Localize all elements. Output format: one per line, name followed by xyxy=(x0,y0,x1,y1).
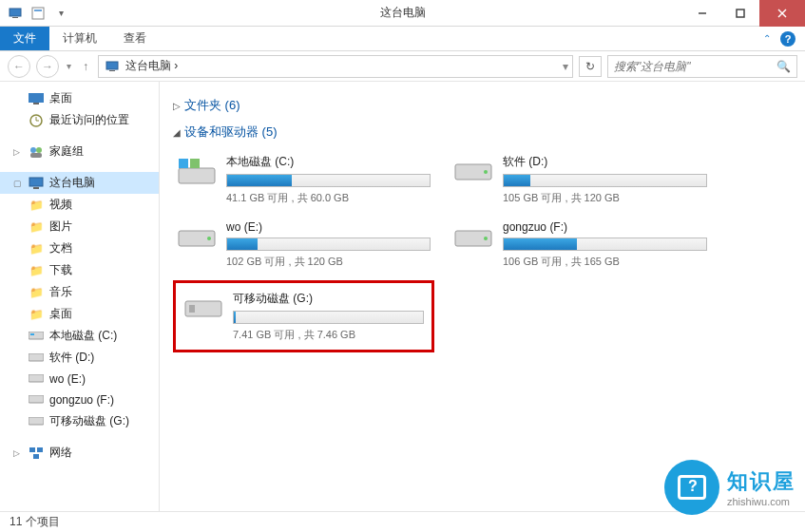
drive-item[interactable]: 本地磁盘 (C:)41.1 GB 可用 , 共 60.0 GB xyxy=(173,150,434,209)
tab-computer[interactable]: 计算机 xyxy=(49,27,110,50)
svg-rect-24 xyxy=(29,447,35,452)
titlebar: ▾ 这台电脑 xyxy=(0,0,805,27)
tab-view[interactable]: 查看 xyxy=(110,27,160,50)
drive-name: 本地磁盘 (C:) xyxy=(226,154,431,170)
address-dropdown-icon[interactable]: ▾ xyxy=(563,60,568,73)
svg-point-31 xyxy=(484,170,488,174)
drive-icon xyxy=(177,220,217,256)
maximize-button[interactable] xyxy=(721,0,759,27)
sidebar-item-music[interactable]: 📁音乐 xyxy=(0,281,159,303)
sidebar-item-drive-g[interactable]: 可移动磁盘 (G:) xyxy=(0,410,159,432)
sidebar-item-homegroup[interactable]: ▷ 家庭组 xyxy=(0,141,159,162)
sidebar-item-documents[interactable]: 📁文档 xyxy=(0,238,159,259)
drive-info: 106 GB 可用 , 共 165 GB xyxy=(503,255,707,269)
drive-item[interactable]: gongzuo (F:)106 GB 可用 , 共 165 GB xyxy=(450,217,711,273)
sidebar-item-downloads[interactable]: 📁下载 xyxy=(0,259,159,281)
window-title: 这台电脑 xyxy=(380,5,426,21)
sidebar-item-drive-c[interactable]: 本地磁盘 (C:) xyxy=(0,325,159,347)
search-icon[interactable]: 🔍 xyxy=(776,60,791,73)
navigation-bar: ← → ▾ ↑ 这台电脑 › ▾ ↻ 🔍 xyxy=(0,51,805,82)
group-folders[interactable]: ▷ 文件夹 (6) xyxy=(173,97,792,114)
svg-rect-19 xyxy=(30,333,34,335)
minimize-button[interactable] xyxy=(683,0,721,27)
address-bar[interactable]: 这台电脑 › ▾ xyxy=(98,55,573,78)
chevron-right-icon[interactable]: ▷ xyxy=(13,448,23,458)
svg-rect-29 xyxy=(190,159,200,168)
svg-rect-11 xyxy=(33,103,39,104)
sidebar-item-pictures[interactable]: 📁图片 xyxy=(0,216,159,238)
watermark: 知识屋 zhishiwu.com xyxy=(664,460,795,515)
svg-point-14 xyxy=(36,147,42,153)
help-icon[interactable]: ? xyxy=(780,31,795,47)
drive-icon xyxy=(177,154,217,190)
svg-rect-25 xyxy=(37,447,43,452)
sidebar-item-drive-f[interactable]: gongzuo (F:) xyxy=(0,390,159,410)
svg-rect-10 xyxy=(29,93,44,103)
svg-rect-1 xyxy=(12,17,18,18)
history-dropdown-icon[interactable]: ▾ xyxy=(65,61,73,71)
drive-icon xyxy=(29,351,44,366)
svg-rect-37 xyxy=(189,305,195,313)
app-icon xyxy=(6,4,25,23)
qat-dropdown-icon[interactable]: ▾ xyxy=(51,4,70,23)
chevron-right-icon[interactable]: ▷ xyxy=(173,101,181,111)
drive-icon xyxy=(29,392,44,408)
svg-rect-22 xyxy=(29,395,44,403)
drive-usage-bar xyxy=(503,174,707,187)
content-pane: ▷ 文件夹 (6) ◢ 设备和驱动器 (5) 本地磁盘 (C:)41.1 GB … xyxy=(160,82,805,511)
usb-drive-icon xyxy=(29,414,44,429)
svg-rect-20 xyxy=(29,353,44,361)
sidebar-item-thispc[interactable]: ▢ 这台电脑 xyxy=(0,172,159,194)
drive-icon xyxy=(29,329,44,344)
chevron-down-icon[interactable]: ◢ xyxy=(173,127,181,138)
svg-rect-9 xyxy=(109,70,115,71)
sidebar-item-network[interactable]: ▷ 网络 xyxy=(0,442,159,464)
svg-rect-2 xyxy=(32,8,44,19)
desktop-icon xyxy=(29,91,44,106)
breadcrumb[interactable]: 这台电脑 › xyxy=(125,58,559,74)
sidebar-item-drive-d[interactable]: 软件 (D:) xyxy=(0,347,159,369)
drive-icon xyxy=(183,291,223,327)
drive-usage-bar xyxy=(226,174,431,187)
drive-info: 105 GB 可用 , 共 120 GB xyxy=(503,191,707,205)
sidebar-item-videos[interactable]: 📁视频 xyxy=(0,194,159,216)
close-button[interactable] xyxy=(759,0,805,27)
drive-item[interactable]: 软件 (D:)105 GB 可用 , 共 120 GB xyxy=(450,150,711,209)
ribbon-collapse-icon[interactable]: ⌃ xyxy=(763,33,771,44)
ribbon-tabs: 文件 计算机 查看 ⌃ ? xyxy=(0,27,805,51)
drive-name: wo (E:) xyxy=(226,220,431,234)
drive-icon xyxy=(453,154,493,190)
tab-file[interactable]: 文件 xyxy=(0,27,49,50)
sidebar-item-recent[interactable]: 最近访问的位置 xyxy=(0,109,159,131)
sidebar-item-drive-e[interactable]: wo (E:) xyxy=(0,369,159,390)
svg-rect-27 xyxy=(179,168,215,183)
folder-icon: 📁 xyxy=(29,285,44,300)
drive-item[interactable]: 可移动磁盘 (G:)7.41 GB 可用 , 共 7.46 GB xyxy=(173,280,434,352)
svg-rect-5 xyxy=(737,10,744,17)
status-item-count: 11 个项目 xyxy=(10,514,60,530)
search-input[interactable] xyxy=(614,60,776,73)
navigation-pane: 桌面 最近访问的位置 ▷ 家庭组 ▢ 这台电脑 📁视频 📁图片 📁文档 📁下载 … xyxy=(0,82,160,511)
folder-icon: 📁 xyxy=(29,263,44,278)
refresh-button[interactable]: ↻ xyxy=(579,56,602,77)
drive-item[interactable]: wo (E:)102 GB 可用 , 共 120 GB xyxy=(173,217,434,273)
drive-usage-bar xyxy=(233,311,424,324)
back-button[interactable]: ← xyxy=(8,55,30,78)
chevron-right-icon[interactable]: ▷ xyxy=(13,147,23,157)
up-button[interactable]: ↑ xyxy=(79,60,92,73)
sidebar-item-desktop[interactable]: 桌面 xyxy=(0,87,159,109)
sidebar-item-desktop2[interactable]: 📁桌面 xyxy=(0,303,159,325)
chevron-down-icon[interactable]: ▢ xyxy=(13,179,23,188)
search-box[interactable]: 🔍 xyxy=(607,55,797,78)
svg-point-35 xyxy=(484,237,488,240)
watermark-title: 知识屋 xyxy=(727,467,795,496)
ribbon-right: ⌃ ? xyxy=(763,27,805,50)
drive-icon xyxy=(29,371,44,387)
watermark-url: zhishiwu.com xyxy=(727,496,795,507)
group-devices[interactable]: ◢ 设备和驱动器 (5) xyxy=(173,124,792,141)
forward-button[interactable]: → xyxy=(36,55,59,78)
svg-rect-16 xyxy=(29,178,43,186)
qat-properties-icon[interactable] xyxy=(29,4,48,23)
svg-rect-8 xyxy=(106,62,118,69)
pc-icon xyxy=(29,176,44,191)
